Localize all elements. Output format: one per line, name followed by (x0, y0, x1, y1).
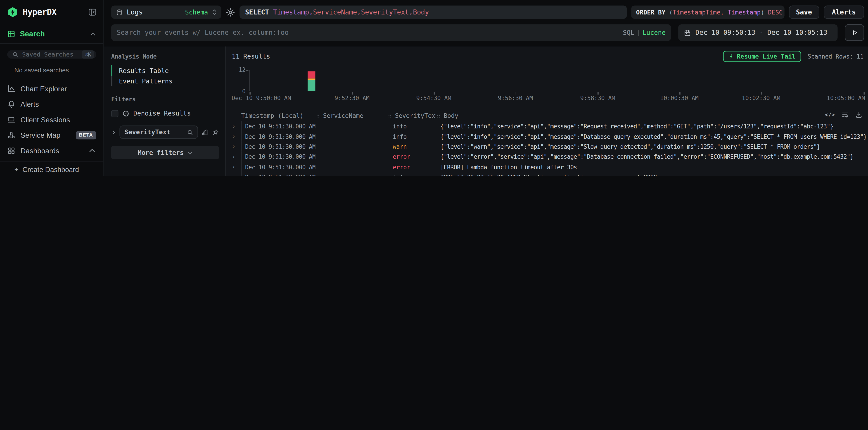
shortcut-badge: ⌘K (82, 51, 94, 59)
resume-live-tail-label: Resume Live Tail (737, 53, 796, 60)
event-search-input[interactable]: Search your events w/ Lucene ex. column:… (111, 25, 671, 41)
code-view-icon[interactable]: </> (825, 112, 835, 118)
sidebar-item-alerts[interactable]: Alerts (0, 96, 103, 112)
sidebar-item-search[interactable]: Search (0, 30, 103, 38)
more-filters-label: More filters (138, 149, 184, 157)
chevron-up-icon (88, 146, 96, 155)
filter-group-search[interactable]: SeverityText (119, 126, 198, 139)
filter-group-severitytext: SeverityText (111, 126, 219, 139)
analysis-mode-label: Analysis Mode (111, 53, 219, 60)
cell-body: {"level":"warn","service":"api","message… (436, 143, 868, 150)
x-axis-label: 9:52:30 AM (335, 95, 370, 101)
x-axis-tick (516, 92, 516, 94)
cell-timestamp: Dec 10 9:51:30.000 AM (241, 141, 315, 152)
lang-toggle-sql[interactable]: SQL (623, 29, 634, 36)
select-columns-input[interactable]: SELECT Timestamp,ServiceName,SeverityTex… (240, 5, 627, 19)
sidebar-item-dashboards[interactable]: Dashboards (0, 143, 103, 158)
sidebar-item-chart-explorer[interactable]: Chart Explorer (0, 81, 103, 96)
cell-timestamp: Dec 10 9:51:30.000 AM (241, 172, 315, 176)
x-axis-label: 10:02:30 AM (742, 95, 780, 101)
column-header-timestamp-local-[interactable]: Timestamp (Local) (241, 112, 315, 119)
row-expand-chevron[interactable]: › (226, 173, 241, 176)
x-axis-label: 10:00:30 AM (660, 95, 699, 101)
hyperdx-logo-icon (7, 6, 18, 18)
table-row[interactable]: ›Dec 10 9:51:30.000 AMerror{"level":"err… (226, 152, 868, 162)
cell-severity: info (387, 123, 436, 130)
results-table: Timestamp (Local)ServiceNameSeverityText… (226, 110, 868, 176)
source-select[interactable]: Logs Schema (111, 5, 221, 19)
table-row[interactable]: ›Dec 10 9:51:30.000 AMerror[ERROR] Lambd… (226, 162, 868, 172)
saved-searches-input[interactable]: Saved Searches ⌘K (7, 51, 96, 59)
plot-area[interactable]: Dec 10 9:50:00 AM9:52:30 AM9:54:30 AM9:5… (249, 70, 864, 91)
sidebar-item-client-sessions[interactable]: Client Sessions (0, 112, 103, 127)
cell-body: 2025-12-09 22:15:00 INFO Starting applic… (436, 174, 868, 176)
select-column-token: ServiceName, (313, 8, 361, 16)
topbar: Logs Schema SELECT Timestamp,ServiceName… (104, 0, 868, 46)
column-header-servicename[interactable]: ServiceName (315, 112, 387, 119)
play-icon (851, 29, 858, 36)
row-expand-chevron[interactable]: › (226, 123, 241, 130)
run-query-button[interactable] (845, 25, 864, 41)
order-by-input[interactable]: ORDER BY (TimestampTime, Timestamp) DESC (631, 5, 784, 19)
row-expand-chevron[interactable]: › (226, 133, 241, 140)
table-row[interactable]: ›Dec 10 9:51:30.000 AMinfo{"level":"info… (226, 131, 868, 141)
chevron-up-icon[interactable] (90, 31, 96, 37)
cell-severity: error (387, 163, 436, 170)
row-expand-chevron[interactable]: › (226, 143, 241, 150)
sidebar: HyperDX Search Saved Searches ⌘K No save… (0, 0, 104, 176)
more-filters-button[interactable]: More filters (111, 146, 219, 159)
time-range-picker[interactable]: Dec 10 09:50:13 - Dec 10 10:05:13 (678, 25, 838, 41)
plus-icon: + (14, 165, 19, 174)
column-header-body[interactable]: Body (436, 112, 868, 119)
sidebar-nav: Chart ExplorerAlertsClient SessionsServi… (0, 81, 103, 158)
alerts-button[interactable]: Alerts (824, 5, 864, 19)
y-axis-max-label: 12 (231, 66, 246, 73)
x-axis-tick (352, 92, 353, 94)
service-map-icon (7, 131, 16, 139)
order-by-token: ( (669, 9, 673, 16)
cell-body: {"level":"error","service":"api","messag… (436, 153, 868, 160)
chevron-right-icon[interactable] (111, 130, 116, 135)
table-row[interactable]: ›Dec 10 9:51:30.000 AMinfo{"level":"info… (226, 121, 868, 131)
database-icon (116, 9, 123, 16)
sidebar-item-label: Dashboards (21, 146, 60, 155)
resume-live-tail-button[interactable]: Resume Live Tail (723, 51, 801, 62)
drag-handle-icon (387, 112, 393, 119)
saved-searches-placeholder: Saved Searches (22, 51, 78, 58)
row-expand-chevron[interactable]: › (226, 163, 241, 170)
pin-icon[interactable] (212, 129, 219, 136)
table-row[interactable]: ›Dec 10 9:51:30.000 AMwarn{"level":"warn… (226, 141, 868, 152)
cell-timestamp: Dec 10 9:51:30.000 AM (241, 152, 315, 162)
cell-severity: info (387, 174, 436, 176)
sidebar-item-service-map[interactable]: Service MapBETA (0, 127, 103, 143)
lang-toggle-lucene[interactable]: Lucene (643, 29, 665, 36)
denoise-label: Denoise Results (133, 109, 191, 117)
column-header-severitytext[interactable]: SeverityText (387, 112, 436, 119)
x-axis-tick (679, 92, 680, 94)
sidebar-item-label: Client Sessions (21, 115, 70, 124)
analysis-mode-results-table[interactable]: Results Table (111, 65, 219, 76)
cell-body: {"level":"info","service":"api","message… (436, 123, 868, 130)
create-dashboard-button[interactable]: + Create Dashboard (0, 165, 103, 174)
download-icon[interactable] (855, 111, 863, 119)
cell-severity: info (387, 133, 436, 140)
denoise-checkbox[interactable] (111, 110, 119, 117)
histogram-icon[interactable] (201, 129, 209, 136)
sidebar-collapse-icon[interactable] (88, 8, 97, 16)
save-button[interactable]: Save (789, 5, 819, 19)
search-icon (12, 51, 18, 58)
drag-handle-icon (436, 112, 441, 119)
sidebar-item-label: Chart Explorer (21, 84, 67, 93)
order-by-token: TimestampTime, (673, 9, 724, 16)
wrap-lines-icon[interactable] (841, 111, 849, 119)
histogram-bar[interactable] (308, 71, 315, 91)
select-column-token: Timestamp, (273, 8, 313, 16)
row-expand-chevron[interactable]: › (226, 153, 241, 160)
analysis-mode-event-patterns[interactable]: Event Patterns (111, 76, 219, 86)
source-settings-gear-icon[interactable] (226, 7, 235, 17)
denoise-results-toggle[interactable]: Denoise Results (111, 109, 219, 117)
dashboards-icon (7, 146, 16, 155)
cell-body: [ERROR] Lambda function timeout after 30… (436, 163, 868, 170)
table-row[interactable]: ›Dec 10 9:51:30.000 AMinfo2025-12-09 22:… (226, 172, 868, 176)
app-title: HyperDX (23, 7, 57, 17)
